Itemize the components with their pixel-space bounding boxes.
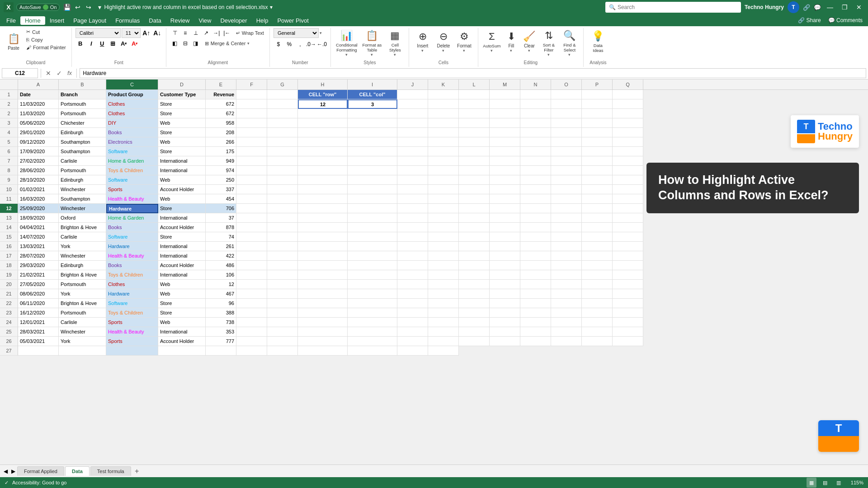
cell-h25[interactable] (298, 327, 348, 337)
bold-btn[interactable]: B (75, 38, 85, 48)
font-size-select[interactable]: 11 (122, 28, 141, 38)
cell-m21[interactable] (490, 289, 520, 299)
cell-n1[interactable] (520, 90, 551, 99)
cell-f8[interactable] (236, 166, 267, 175)
cell-m26[interactable] (490, 337, 520, 346)
cell-e15[interactable]: 74 (206, 232, 236, 242)
cell-p23[interactable] (582, 308, 613, 318)
cell-o18[interactable] (551, 261, 582, 270)
cell-o7[interactable] (551, 156, 582, 166)
page-break-view-btn[interactable]: ▥ (834, 478, 844, 488)
cell-d14[interactable]: Account Holder (158, 223, 206, 232)
cell-a26[interactable]: 05/03/2021 (18, 337, 59, 346)
cell-b8[interactable]: Portsmouth (59, 166, 106, 175)
cell-d13[interactable]: International (158, 213, 206, 223)
share-btn[interactable]: 🔗 Share (794, 17, 824, 23)
comma-btn[interactable]: , (295, 39, 305, 49)
data-ideas-btn[interactable]: 💡 DataIdeas (587, 28, 609, 55)
cell-o13[interactable] (551, 213, 582, 223)
cell-l6[interactable] (459, 147, 490, 156)
cell-o17[interactable] (551, 251, 582, 261)
cell-q10[interactable] (613, 185, 643, 194)
cell-n6[interactable] (520, 147, 551, 156)
cell-o6[interactable] (551, 147, 582, 156)
sort-filter-btn[interactable]: ⇅ Sort &Filter ▾ (539, 28, 559, 59)
cell-m2[interactable] (490, 99, 520, 109)
cell-d18[interactable]: Account Holder (158, 261, 206, 270)
cell-i2[interactable]: 3 (348, 99, 397, 109)
cell-p2[interactable] (582, 109, 613, 118)
cell-n24[interactable] (520, 318, 551, 327)
cell-k20[interactable] (428, 280, 459, 289)
cell-g20[interactable] (267, 280, 298, 289)
cell-e21[interactable]: 467 (206, 289, 236, 299)
col-header-k[interactable]: K (428, 80, 459, 89)
cell-m2[interactable] (490, 109, 520, 118)
cell-h17[interactable] (298, 251, 348, 261)
cell-k12[interactable] (428, 204, 459, 213)
cell-k16[interactable] (428, 242, 459, 251)
menu-insert[interactable]: Insert (45, 16, 69, 25)
cell-f10[interactable] (236, 185, 267, 194)
cell-a20[interactable]: 27/05/2020 (18, 280, 59, 289)
cell-c11[interactable]: Health & Beauty (106, 194, 158, 204)
cell-g9[interactable] (267, 175, 298, 185)
cell-h19[interactable] (298, 270, 348, 280)
cell-b20[interactable]: Portsmouth (59, 280, 106, 289)
cell-g6[interactable] (267, 147, 298, 156)
cell-q2[interactable] (613, 99, 643, 109)
cell-n25[interactable] (520, 327, 551, 337)
cell-d4[interactable]: Store (158, 128, 206, 137)
cell-b27[interactable] (59, 346, 106, 356)
cell-m8[interactable] (490, 166, 520, 175)
cell-c7[interactable]: Home & Garden (106, 156, 158, 166)
cell-j18[interactable] (397, 261, 428, 270)
sheet-tab-test-formula[interactable]: Test formula (90, 466, 131, 476)
cell-d23[interactable]: Store (158, 308, 206, 318)
cell-p10[interactable] (582, 185, 613, 194)
cell-c23[interactable]: Toys & Children (106, 308, 158, 318)
cell-k10[interactable] (428, 185, 459, 194)
cell-i8[interactable] (348, 166, 397, 175)
cell-g22[interactable] (267, 299, 298, 308)
cell-h27[interactable] (298, 346, 348, 356)
cell-o3[interactable] (551, 118, 582, 128)
cell-o10[interactable] (551, 185, 582, 194)
cell-a8[interactable]: 28/06/2020 (18, 166, 59, 175)
cell-b3[interactable]: Chichester (59, 118, 106, 128)
cell-j6[interactable] (397, 147, 428, 156)
cell-k2[interactable] (428, 109, 459, 118)
indent-btn[interactable]: →| (212, 28, 222, 38)
cell-g18[interactable] (267, 261, 298, 270)
restore-btn[interactable]: ❐ (839, 2, 850, 13)
cell-k22[interactable] (428, 299, 459, 308)
cell-a12[interactable]: 25/09/2020 (18, 204, 59, 213)
cell-n21[interactable] (520, 289, 551, 299)
title-dropdown[interactable]: Highlight active row and column in excel… (104, 4, 605, 10)
cell-d21[interactable]: Web (158, 289, 206, 299)
cell-o19[interactable] (551, 270, 582, 280)
cell-e2[interactable]: 672 (206, 109, 236, 118)
cell-o1[interactable] (551, 90, 582, 99)
cell-i2[interactable] (348, 109, 397, 118)
cell-b16[interactable]: York (59, 242, 106, 251)
cell-n5[interactable] (520, 137, 551, 147)
format-painter-btn[interactable]: 🖌 Format Painter (24, 44, 68, 51)
italic-btn[interactable]: I (86, 38, 96, 48)
cell-b26[interactable]: York (59, 337, 106, 346)
cell-a9[interactable]: 28/10/2020 (18, 175, 59, 185)
cell-a1[interactable]: Date (18, 90, 59, 99)
cell-e5[interactable]: 266 (206, 137, 236, 147)
cell-c16[interactable]: Hardware (106, 242, 158, 251)
cell-n2[interactable] (520, 99, 551, 109)
cell-e7[interactable]: 949 (206, 156, 236, 166)
cell-p9[interactable] (582, 175, 613, 185)
cell-c9[interactable]: Software (106, 175, 158, 185)
formula-input[interactable] (80, 68, 866, 78)
undo-btn[interactable]: ↩ (73, 3, 82, 12)
cell-h11[interactable] (298, 194, 348, 204)
merge-center-btn[interactable]: ⊞ Merge & Center ▾ (203, 38, 252, 48)
cell-d15[interactable]: Store (158, 232, 206, 242)
cell-b7[interactable]: Carlisle (59, 156, 106, 166)
cell-a18[interactable]: 29/03/2020 (18, 261, 59, 270)
